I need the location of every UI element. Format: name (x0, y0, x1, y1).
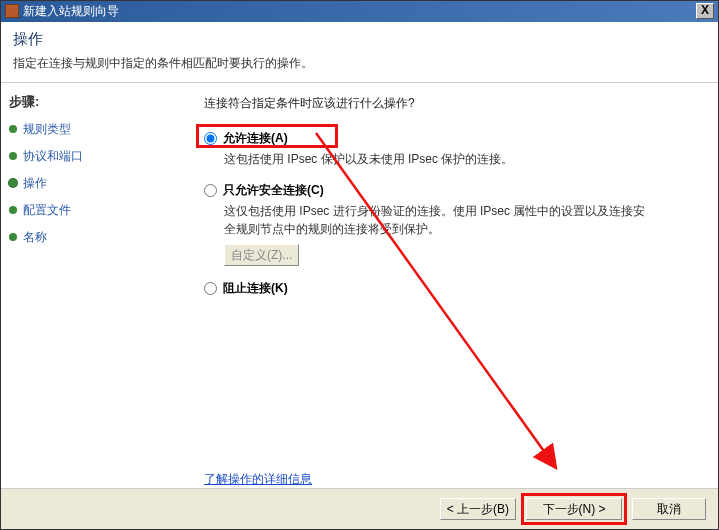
radio-allow-desc: 这包括使用 IPsec 保护以及未使用 IPsec 保护的连接。 (224, 150, 654, 168)
radio-allow[interactable] (204, 132, 217, 145)
content-pane: 连接符合指定条件时应该进行什么操作? 允许连接(A) 这包括使用 IPsec 保… (186, 83, 718, 488)
step-label: 协议和端口 (23, 148, 83, 165)
bullet-icon (9, 206, 17, 214)
body: 步骤: 规则类型 协议和端口 操作 配置文件 名称 连接 (1, 83, 718, 488)
option-allow: 允许连接(A) 这包括使用 IPsec 保护以及未使用 IPsec 保护的连接。 (204, 130, 700, 168)
step-action[interactable]: 操作 (9, 175, 178, 192)
radio-secure-label: 只允许安全连接(C) (223, 182, 324, 199)
step-label: 操作 (23, 175, 47, 192)
radio-allow-row[interactable]: 允许连接(A) (204, 130, 700, 147)
bullet-icon (9, 125, 17, 133)
next-button[interactable]: 下一步(N) > (526, 498, 622, 520)
step-name[interactable]: 名称 (9, 229, 178, 246)
close-button[interactable]: X (696, 3, 714, 19)
radio-allow-label: 允许连接(A) (223, 130, 288, 147)
window-title: 新建入站规则向导 (23, 3, 696, 20)
step-label: 配置文件 (23, 202, 71, 219)
titlebar: 新建入站规则向导 X (1, 1, 718, 22)
step-protocol-port[interactable]: 协议和端口 (9, 148, 178, 165)
sidebar-title: 步骤: (9, 93, 178, 111)
cancel-button[interactable]: 取消 (632, 498, 706, 520)
back-button[interactable]: < 上一步(B) (440, 498, 516, 520)
step-label: 名称 (23, 229, 47, 246)
bullet-icon (9, 179, 17, 187)
radio-block[interactable] (204, 282, 217, 295)
radio-block-label: 阻止连接(K) (223, 280, 288, 297)
learn-more-link[interactable]: 了解操作的详细信息 (204, 471, 312, 488)
content-question: 连接符合指定条件时应该进行什么操作? (204, 95, 700, 112)
step-label: 规则类型 (23, 121, 71, 138)
option-block: 阻止连接(K) (204, 280, 700, 297)
option-secure: 只允许安全连接(C) 这仅包括使用 IPsec 进行身份验证的连接。使用 IPs… (204, 182, 700, 266)
step-profile[interactable]: 配置文件 (9, 202, 178, 219)
bullet-icon (9, 152, 17, 160)
header: 操作 指定在连接与规则中指定的条件相匹配时要执行的操作。 (1, 22, 718, 83)
customize-button: 自定义(Z)... (224, 244, 299, 266)
radio-secure-desc: 这仅包括使用 IPsec 进行身份验证的连接。使用 IPsec 属性中的设置以及… (224, 202, 654, 238)
app-icon (5, 4, 19, 18)
footer: < 上一步(B) 下一步(N) > 取消 (1, 488, 718, 529)
sidebar: 步骤: 规则类型 协议和端口 操作 配置文件 名称 (1, 83, 186, 488)
page-title: 操作 (13, 30, 706, 49)
wizard-window: 新建入站规则向导 X 操作 指定在连接与规则中指定的条件相匹配时要执行的操作。 … (0, 0, 719, 530)
radio-secure-row[interactable]: 只允许安全连接(C) (204, 182, 700, 199)
step-rule-type[interactable]: 规则类型 (9, 121, 178, 138)
radio-secure[interactable] (204, 184, 217, 197)
radio-block-row[interactable]: 阻止连接(K) (204, 280, 700, 297)
page-description: 指定在连接与规则中指定的条件相匹配时要执行的操作。 (13, 55, 706, 72)
bullet-icon (9, 233, 17, 241)
